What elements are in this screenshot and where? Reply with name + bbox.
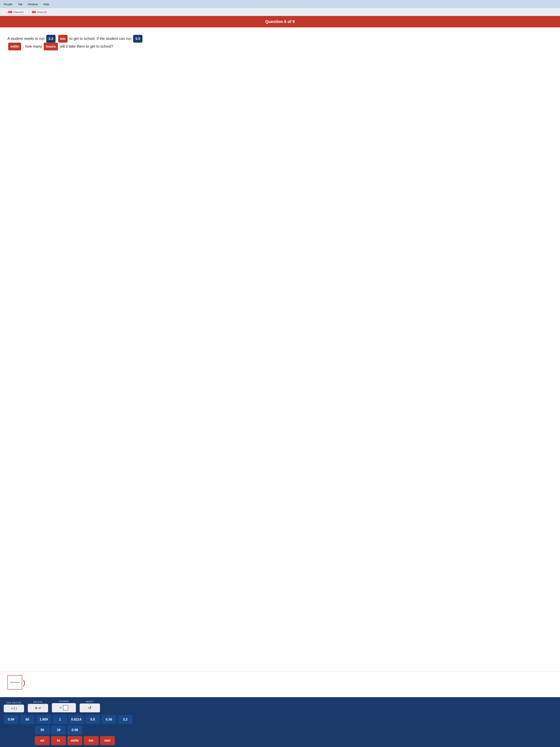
answer-button[interactable]: =: [52, 703, 76, 712]
question-text-end2: will it take them to get to school?: [60, 44, 113, 48]
unit-badge-2: mi/hr: [8, 43, 21, 50]
num-btn-mi[interactable]: mi: [35, 736, 50, 745]
tab2-label: Chem101: [37, 11, 47, 14]
tab1-close-icon[interactable]: ×: [4, 11, 5, 14]
num-btn-hr[interactable]: hr: [51, 736, 66, 745]
reset-label: RESET: [86, 700, 94, 703]
work-area: ): [0, 671, 560, 697]
tab2-app-icon: 101: [32, 11, 36, 13]
add-factor-label: ADD FACTOR: [6, 702, 22, 704]
question-text: A student needs to run 3.2 km to get to …: [7, 35, 553, 50]
num-btn-55[interactable]: 5.5: [85, 715, 100, 724]
reset-button[interactable]: ↺: [80, 703, 100, 712]
tab-separator: |: [7, 11, 7, 14]
tab1-close2-icon[interactable]: ×: [25, 11, 26, 14]
add-factor-button[interactable]: × ( ): [4, 704, 24, 712]
delete-icon: ✕: [35, 706, 38, 710]
num-btn-094[interactable]: 0.94: [4, 715, 19, 724]
action-buttons-row: ADD FACTOR × ( ) DELETE ✕ ↵ ANSWER = RES…: [4, 700, 556, 712]
num-btn-km[interactable]: km: [84, 736, 99, 745]
num-btn-60[interactable]: 60: [20, 715, 35, 724]
fraction-line: [10, 682, 20, 682]
num-btn-036[interactable]: 0.36: [102, 715, 116, 724]
number-pad: 0.94 60 1.609 1 0.6214 5.5 0.36 3.2 35 1…: [4, 715, 556, 745]
fraction-denominator: [10, 683, 20, 688]
num-row-3: mi hr mi/hr km min: [35, 736, 556, 745]
fraction-container: ): [7, 675, 553, 690]
answer-box: [63, 705, 68, 710]
question-text-before: A student needs to run: [7, 36, 45, 41]
unit-badge-1: km: [58, 35, 68, 43]
reset-group: RESET ↺: [80, 700, 100, 712]
num-btn-min[interactable]: min: [100, 736, 115, 745]
num-btn-058[interactable]: 0.58: [68, 725, 82, 735]
menu-people[interactable]: People: [4, 3, 12, 6]
question-text-middle: to get to school. If the student can run: [70, 36, 132, 41]
question-header: Question 6 of 9: [0, 16, 560, 27]
answer-label: ANSWER: [59, 700, 69, 702]
num-btn-35[interactable]: 35: [35, 725, 50, 735]
menu-window[interactable]: Window: [28, 3, 38, 6]
fraction-paren: ): [23, 679, 25, 686]
unit-badge-3: hours: [44, 43, 58, 50]
system-menu-bar: People Tab Window Help: [0, 0, 560, 8]
browser-chrome: × | 101 Chem101 × 101 Chem101: [0, 8, 560, 16]
num-btn-06214[interactable]: 0.6214: [69, 715, 84, 724]
num-row-2: 35 18 0.58: [35, 725, 556, 735]
main-content: Question 6 of 9 A student needs to run 3…: [0, 16, 560, 697]
value-badge-2: 5.5: [133, 35, 142, 43]
menu-help[interactable]: Help: [43, 3, 49, 6]
fraction-box: [7, 675, 22, 690]
browser-tab-2[interactable]: 101 Chem101: [30, 10, 49, 15]
answer-group: ANSWER =: [52, 700, 76, 712]
tab1-app-icon: 101: [8, 11, 12, 13]
question-text-end: , how many: [23, 44, 42, 48]
num-btn-1[interactable]: 1: [53, 715, 68, 724]
num-btn-mihr[interactable]: mi/hr: [68, 736, 82, 745]
num-row-1: 0.94 60 1.609 1 0.6214 5.5 0.36 3.2: [4, 715, 556, 724]
delete-cursor-icon: ↵: [38, 706, 41, 710]
add-factor-group: ADD FACTOR × ( ): [4, 702, 24, 712]
question-header-text: Question 6 of 9: [265, 19, 295, 24]
question-body: A student needs to run 3.2 km to get to …: [0, 27, 560, 671]
delete-group: DELETE ✕ ↵: [28, 701, 48, 712]
num-btn-1609[interactable]: 1.609: [36, 715, 51, 724]
menu-tab[interactable]: Tab: [18, 3, 22, 6]
num-btn-18[interactable]: 18: [51, 725, 66, 735]
equals-icon: =: [60, 706, 61, 710]
tab1-label: Chem101: [14, 11, 24, 14]
delete-button[interactable]: ✕ ↵: [28, 704, 48, 712]
reset-icon: ↺: [88, 705, 91, 710]
bottom-panel: ADD FACTOR × ( ) DELETE ✕ ↵ ANSWER = RES…: [0, 697, 560, 747]
delete-label: DELETE: [33, 701, 43, 703]
num-btn-32[interactable]: 3.2: [118, 715, 133, 724]
value-badge-1: 3.2: [46, 35, 56, 43]
fraction-numerator: [10, 677, 20, 681]
browser-tab-1[interactable]: × | 101 Chem101 ×: [2, 10, 28, 15]
